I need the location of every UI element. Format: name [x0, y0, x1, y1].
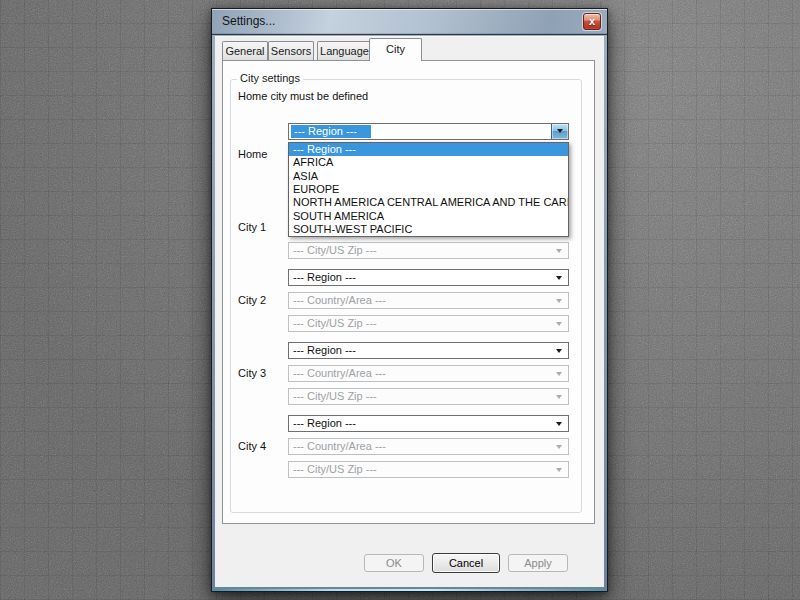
tab-sensors[interactable]: Sensors — [268, 41, 314, 60]
city4-region-placeholder: --- Region --- — [293, 416, 356, 431]
region-option[interactable]: --- Region --- — [289, 143, 568, 156]
tab-city[interactable]: City — [369, 38, 422, 61]
chevron-down-icon — [556, 349, 562, 353]
region-option[interactable]: SOUTH-WEST PACIFIC — [289, 223, 568, 236]
cancel-button[interactable]: Cancel — [432, 553, 500, 573]
city1-zip-combo[interactable]: --- City/US Zip --- — [288, 242, 569, 259]
city4-zip-placeholder: --- City/US Zip --- — [293, 462, 377, 477]
close-icon: x — [584, 14, 600, 29]
city4-zip-combo[interactable]: --- City/US Zip --- — [288, 461, 569, 478]
tab-city-label: City — [386, 43, 405, 55]
tab-language-label: Language — [320, 45, 369, 57]
home-city-note: Home city must be defined — [238, 90, 368, 102]
region-option[interactable]: ASIA — [289, 170, 568, 183]
tab-language[interactable]: Language — [317, 41, 372, 60]
city3-zip-combo[interactable]: --- City/US Zip --- — [288, 388, 569, 405]
home-region-selected: --- Region --- — [291, 125, 371, 138]
city2-zip-combo[interactable]: --- City/US Zip --- — [288, 315, 569, 332]
groupbox-title: City settings — [237, 72, 303, 84]
chevron-down-icon — [556, 445, 562, 449]
region-option[interactable]: NORTH AMERICA CENTRAL AMERICA AND THE CA… — [289, 196, 568, 209]
city-tab-page: City settings Home city must be defined … — [222, 60, 595, 524]
home-region-dropdown-button[interactable] — [551, 124, 568, 139]
city2-region-placeholder: --- Region --- — [293, 270, 356, 285]
region-option[interactable]: EUROPE — [289, 183, 568, 196]
city1-zip-placeholder: --- City/US Zip --- — [293, 243, 377, 258]
close-button[interactable]: x — [583, 13, 601, 30]
chevron-down-icon — [556, 422, 562, 426]
city2-zip-placeholder: --- City/US Zip --- — [293, 316, 377, 331]
apply-button-label: Apply — [524, 557, 552, 569]
city2-country-combo[interactable]: --- Country/Area --- — [288, 292, 569, 309]
cancel-button-label: Cancel — [449, 557, 483, 569]
city4-region-combo[interactable]: --- Region --- — [288, 415, 569, 432]
city1-label: City 1 — [238, 221, 266, 233]
chevron-down-icon — [556, 249, 562, 253]
chevron-down-icon — [556, 372, 562, 376]
window-title: Settings... — [222, 9, 275, 34]
title-bar[interactable]: Settings... x — [212, 9, 607, 35]
city3-region-placeholder: --- Region --- — [293, 343, 356, 358]
ok-button[interactable]: OK — [364, 554, 424, 572]
home-label: Home — [238, 148, 267, 160]
city3-country-combo[interactable]: --- Country/Area --- — [288, 365, 569, 382]
region-option[interactable]: SOUTH AMERICA — [289, 209, 568, 222]
city2-region-combo[interactable]: --- Region --- — [288, 269, 569, 286]
city2-country-placeholder: --- Country/Area --- — [293, 293, 386, 308]
tab-general[interactable]: General — [222, 41, 268, 60]
city3-zip-placeholder: --- City/US Zip --- — [293, 389, 377, 404]
settings-dialog: Settings... x General Sensors Language C… — [211, 8, 608, 592]
chevron-down-icon — [556, 299, 562, 303]
city2-label: City 2 — [238, 294, 266, 306]
city3-label: City 3 — [238, 367, 266, 379]
region-dropdown-list: --- Region --- AFRICA ASIA EUROPE NORTH … — [288, 142, 569, 237]
chevron-down-icon — [556, 468, 562, 472]
city4-country-combo[interactable]: --- Country/Area --- — [288, 438, 569, 455]
chevron-down-icon — [556, 276, 562, 280]
tab-sensors-label: Sensors — [271, 45, 311, 57]
home-region-combo[interactable]: --- Region --- — [288, 123, 569, 140]
apply-button[interactable]: Apply — [508, 554, 568, 572]
chevron-down-icon — [557, 129, 563, 133]
chevron-down-icon — [556, 395, 562, 399]
ok-button-label: OK — [386, 557, 402, 569]
city3-region-combo[interactable]: --- Region --- — [288, 342, 569, 359]
tab-general-label: General — [225, 45, 264, 57]
dialog-client-area: General Sensors Language City City setti… — [215, 36, 604, 587]
city3-country-placeholder: --- Country/Area --- — [293, 366, 386, 381]
region-option[interactable]: AFRICA — [289, 156, 568, 169]
city4-country-placeholder: --- Country/Area --- — [293, 439, 386, 454]
city4-label: City 4 — [238, 440, 266, 452]
chevron-down-icon — [556, 322, 562, 326]
